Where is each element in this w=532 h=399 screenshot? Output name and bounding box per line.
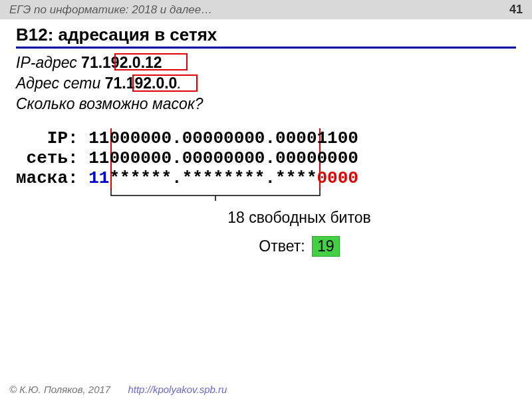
copyright: © К.Ю. Поляков, 2017	[9, 384, 110, 395]
ip-line: IP-адрес 71.192.0.12	[16, 53, 516, 73]
net-label: Адрес сети	[16, 74, 105, 92]
answer-row: Ответ: 19	[16, 236, 516, 257]
network-line: Адрес сети 71.192.0.0.	[16, 73, 516, 94]
binary-label: маска:	[16, 168, 88, 188]
binary-label: IP:	[16, 128, 88, 148]
net-value-box: 192.0.0	[126, 74, 178, 92]
ip-label: IP-адрес	[16, 54, 81, 71]
footer: © К.Ю. Поляков, 2017 http://kpolyakov.sp…	[9, 384, 227, 395]
binary-net-row: сеть: 11000000.00000000.00000000	[16, 149, 516, 169]
binary-seg: 11	[88, 148, 109, 168]
binary-seg: 000000.00000000.0000	[109, 148, 317, 168]
binary-seg-zero: 0000	[317, 168, 358, 188]
slide-content: B12: адресация в сетях IP-адрес 71.192.0…	[0, 19, 532, 257]
header-subject: ЕГЭ по информатике: 2018 и далее…	[9, 3, 212, 17]
binary-seg-free: ******.********.****	[109, 168, 317, 188]
page-number: 41	[509, 3, 523, 17]
binary-seg: 1100	[317, 128, 358, 148]
binary-seg: 11	[88, 128, 109, 148]
ip-value: 71.192.0.12	[81, 54, 162, 71]
answer-value: 19	[312, 236, 340, 257]
binary-label: сеть:	[16, 148, 88, 168]
question-line: Сколько возможно масок?	[16, 94, 516, 114]
binary-seg: 000000.00000000.0000	[109, 128, 317, 148]
binary-seg: 0000	[317, 148, 358, 168]
answer-label: Ответ:	[259, 237, 305, 255]
binary-block: IP: 11000000.00000000.00001100 сеть: 110…	[16, 129, 516, 189]
net-value-pre: 71.	[105, 74, 126, 92]
binary-mask-row: маска: 11******.********.****0000	[16, 169, 516, 189]
binary-ip-row: IP: 11000000.00000000.00001100	[16, 129, 516, 149]
binary-seg-fixed: 11	[88, 168, 109, 188]
net-value-post: .	[177, 74, 181, 92]
header-bar: ЕГЭ по информатике: 2018 и далее… 41	[0, 0, 532, 19]
footer-link: http://kpolyakov.spb.ru	[128, 384, 227, 395]
slide-title: B12: адресация в сетях	[16, 25, 516, 49]
bracket-icon	[110, 189, 321, 201]
free-bits-caption: 18 свободных битов	[16, 209, 516, 227]
